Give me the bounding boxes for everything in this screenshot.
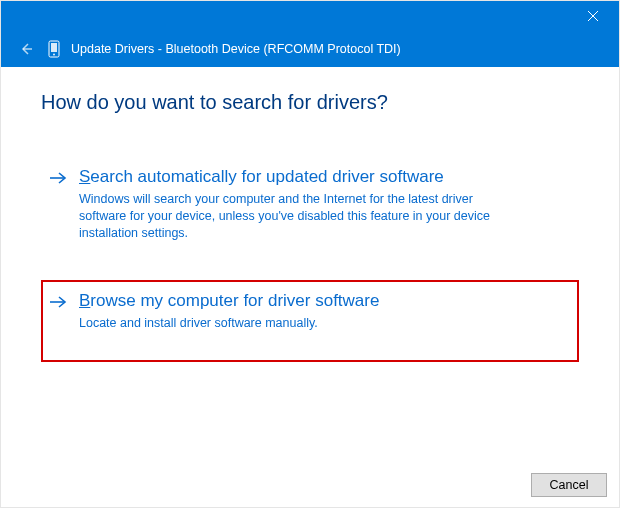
option-search-automatically[interactable]: Search automatically for updated driver … xyxy=(41,156,579,256)
close-button[interactable] xyxy=(571,2,615,30)
option-title: Search automatically for updated driver … xyxy=(79,166,571,187)
option-accel: S xyxy=(79,167,90,186)
page-heading: How do you want to search for drivers? xyxy=(41,91,579,114)
option-title-rest: earch automatically for updated driver s… xyxy=(90,167,443,186)
svg-point-5 xyxy=(53,54,55,56)
wizard-content: How do you want to search for drivers? S… xyxy=(1,67,619,362)
titlebar xyxy=(1,1,619,31)
back-arrow-icon xyxy=(18,41,34,57)
option-description: Windows will search your computer and th… xyxy=(79,191,509,242)
cancel-button[interactable]: Cancel xyxy=(531,473,607,497)
device-icon xyxy=(47,40,61,58)
arrow-right-icon xyxy=(49,291,67,313)
wizard-title: Update Drivers - Bluetooth Device (RFCOM… xyxy=(71,42,401,56)
option-browse-computer[interactable]: Browse my computer for driver software L… xyxy=(41,280,579,362)
back-button[interactable] xyxy=(15,38,37,60)
wizard-footer: Cancel xyxy=(531,473,607,497)
option-body: Browse my computer for driver software L… xyxy=(79,290,571,332)
option-body: Search automatically for updated driver … xyxy=(79,166,571,242)
svg-rect-4 xyxy=(51,43,57,52)
update-drivers-window: Update Drivers - Bluetooth Device (RFCOM… xyxy=(0,0,620,508)
close-icon xyxy=(588,11,598,21)
option-title: Browse my computer for driver software xyxy=(79,290,571,311)
option-title-rest: rowse my computer for driver software xyxy=(90,291,379,310)
arrow-right-icon xyxy=(49,167,67,189)
wizard-header: Update Drivers - Bluetooth Device (RFCOM… xyxy=(1,31,619,67)
option-accel: B xyxy=(79,291,90,310)
option-description: Locate and install driver software manua… xyxy=(79,315,509,332)
